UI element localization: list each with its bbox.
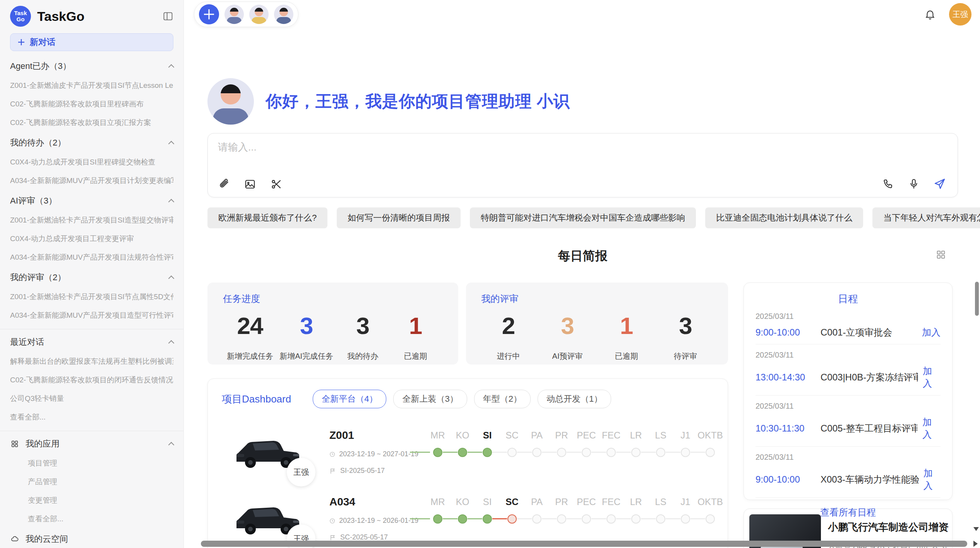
suggestion-chip[interactable]: 特朗普可能对进口汽车增税会对中国车企造成哪些影响	[470, 207, 696, 228]
recent-chat-item[interactable]: C02-飞腾新能源轻客改款项目的闭环通告反馈情况	[10, 375, 173, 385]
app-item-change-mgmt[interactable]: 变更管理	[28, 495, 173, 505]
sidebar-item[interactable]: A034-全新新能源MUV产品开发项目造型可行性评审	[10, 310, 173, 320]
stat: 24 新增完成任务	[227, 312, 273, 361]
new-chat-button[interactable]: 新对话	[10, 33, 173, 51]
scroll-down-arrow[interactable]	[973, 527, 979, 531]
tab-model-year[interactable]: 年型（2）	[474, 390, 531, 408]
section-agent-done[interactable]: Agent已办（3）	[10, 60, 173, 72]
flag-icon	[329, 534, 336, 541]
scissors-icon[interactable]	[271, 178, 282, 190]
schedule-date: 2025/03/11	[756, 453, 941, 462]
sidebar-item[interactable]: Z001-全新燃油轻卡产品开发项目SI造型提交物评审	[10, 215, 173, 225]
sidebar-item[interactable]: A034-全新新能源MUV产品开发项目计划变更表编写	[10, 176, 173, 186]
my-review-card: 我的评审 2 进行中 3 AI预评审	[466, 283, 728, 365]
layout-grid-icon[interactable]	[935, 249, 946, 260]
section-my-review[interactable]: 我的评审（2）	[10, 272, 173, 283]
stat-label: 进行中	[497, 351, 520, 361]
milestone-dot	[532, 514, 541, 524]
chevron-up-icon	[168, 64, 175, 70]
recent-chat-item[interactable]: 解释最新出台的欧盟报废车法规再生塑料比例被调至15%...	[10, 356, 173, 366]
section-ai-review[interactable]: AI评审（3）	[10, 195, 173, 207]
scroll-right-arrow[interactable]	[973, 541, 978, 547]
section-label: 最近对话	[10, 336, 44, 348]
agent-avatar[interactable]	[224, 5, 244, 24]
join-link[interactable]: 加入	[923, 467, 941, 492]
stat-value: 1	[409, 312, 422, 339]
horizontal-scrollbar[interactable]	[201, 541, 967, 547]
stat-value: 3	[679, 312, 692, 339]
milestone-dot	[483, 448, 492, 457]
schedule-date: 2025/03/11	[756, 351, 941, 360]
bell-icon[interactable]	[924, 9, 936, 20]
stat: 1 已逾期	[603, 312, 649, 361]
tab-powertrain[interactable]: 动总开发（1）	[538, 390, 611, 408]
logo-text-top: Task	[14, 10, 27, 16]
milestone-label: J1	[680, 430, 690, 442]
milestone-dot	[582, 448, 591, 457]
suggestion-chip[interactable]: 当下年轻人对汽车外观有怎样的喜好趋势	[872, 207, 980, 228]
milestone-label: PA	[531, 430, 543, 442]
microphone-icon[interactable]	[908, 178, 920, 190]
sidebar-item-cloud-space[interactable]: 我的云空间	[10, 533, 173, 545]
phone-icon[interactable]	[882, 178, 894, 190]
join-link[interactable]: 加入	[923, 365, 941, 390]
sidebar-item[interactable]: C02-飞腾新能源轻客改款项目里程碑画布	[10, 99, 173, 109]
composer-left-icons	[218, 178, 282, 190]
briefing-title: 每日简报	[207, 248, 958, 265]
project-row[interactable]: 王强 A034 2023-12-19 ~ 2026-01-19	[222, 496, 714, 541]
agent-switcher	[194, 2, 298, 27]
dates-text: 2023-12-19 ~ 2027-01-19	[339, 450, 418, 458]
milestone-label: SC	[505, 497, 518, 508]
view-all-apps-link[interactable]: 查看全部...	[28, 514, 173, 524]
stat-label: 已逾期	[615, 351, 638, 361]
milestone-label: LS	[655, 497, 666, 508]
milestone: MR	[425, 430, 450, 457]
sidebar-item[interactable]: A034-全新新能源MUV产品开发项目法规符合性评审	[10, 252, 173, 262]
new-chat-label: 新对话	[30, 36, 55, 48]
stat-label: 待评审	[674, 351, 697, 361]
milestone: SI	[475, 497, 500, 524]
milestone-label: LR	[630, 430, 642, 442]
sidebar-item[interactable]: Z001-全新燃油皮卡产品开发项目SI节点Lesson Learn报告	[10, 80, 173, 91]
sidebar-item[interactable]: Z001-全新燃油轻卡产品开发项目SI节点属性5D文件评审	[10, 292, 173, 302]
view-all-chats-link[interactable]: 查看全部...	[10, 412, 173, 422]
tab-upfit[interactable]: 全新上装（3）	[393, 390, 467, 408]
paperclip-icon[interactable]	[218, 178, 230, 190]
cloud-space-label: 我的云空间	[26, 533, 68, 545]
app-item-project-mgmt[interactable]: 项目管理	[28, 458, 173, 468]
app-item-product-mgmt[interactable]: 产品管理	[28, 477, 173, 487]
message-input[interactable]	[218, 141, 729, 153]
section-recent-chats[interactable]: 最近对话	[10, 336, 173, 348]
join-link[interactable]: 加入	[922, 416, 941, 441]
suggestion-chip[interactable]: 欧洲新规最近颁布了什么?	[207, 207, 327, 228]
project-row[interactable]: 王强 Z001 2023-12-19 ~ 2027-01-19	[222, 429, 714, 475]
user-name: 王强	[953, 9, 968, 20]
add-agent-button[interactable]	[199, 4, 219, 24]
send-icon[interactable]	[934, 178, 946, 190]
user-avatar[interactable]: 王强	[949, 3, 971, 26]
recent-chat-item[interactable]: 公司Q3轻卡销量	[10, 394, 173, 404]
join-link[interactable]: 加入	[922, 326, 941, 339]
sidebar-item-my-apps[interactable]: 我的应用	[10, 438, 173, 450]
vertical-scrollbar[interactable]	[975, 282, 979, 316]
project-dates: 2023-12-19 ~ 2026-01-19	[329, 517, 418, 525]
sidebar-item[interactable]: C02-飞腾新能源轻客改款项目立项汇报方案	[10, 118, 173, 128]
milestone-dot	[681, 514, 690, 524]
section-my-todo[interactable]: 我的待办（2）	[10, 137, 173, 149]
main-content: 你好，王强，我是你的项目管理助理 小识	[184, 78, 980, 548]
suggestion-chip[interactable]: 比亚迪全固态电池计划具体说了什么	[705, 207, 863, 228]
agent-avatar[interactable]	[249, 5, 269, 24]
suggestion-chip[interactable]: 如何写一份清晰的项目周报	[337, 207, 461, 228]
agent-avatar[interactable]	[274, 5, 293, 24]
schedule-row: 9:00-10:00 C001-立项审批会 加入	[756, 326, 941, 339]
project-name: Z001	[329, 429, 418, 442]
milestone: J1	[673, 497, 698, 524]
sidebar-item[interactable]: C0X4-动力总成开发项目工程变更评审	[10, 234, 173, 244]
tab-platform[interactable]: 全新平台（4）	[313, 390, 386, 408]
image-icon[interactable]	[244, 178, 256, 190]
sidebar-item[interactable]: C0X4-动力总成开发项目SI里程碑提交物检查	[10, 157, 173, 167]
sidebar-toggle-icon[interactable]	[163, 11, 173, 22]
schedule-entry: 2025/03/11 9:00-10:00 X003-车辆动力学性能验... 加…	[756, 447, 941, 498]
section-label: 我的待办（2）	[10, 137, 66, 149]
briefing-header: 每日简报	[207, 248, 958, 265]
